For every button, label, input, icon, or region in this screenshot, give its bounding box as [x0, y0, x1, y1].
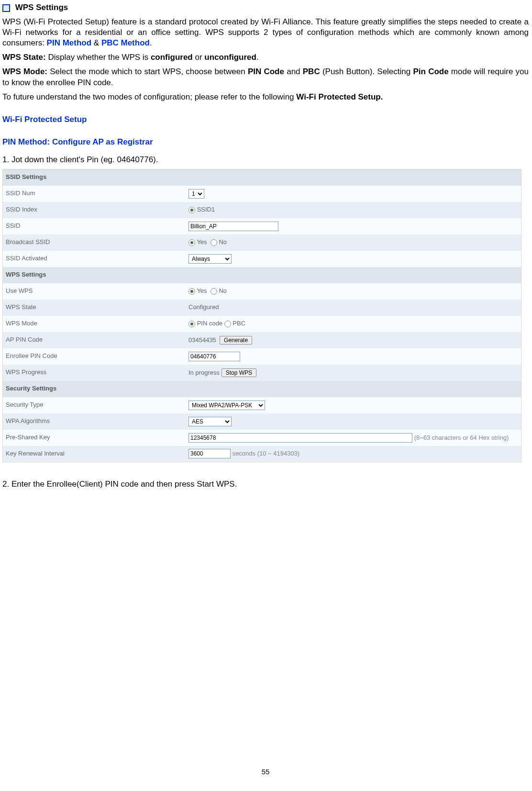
mode-text-b: (Push Button). Selecting [320, 67, 413, 76]
wpa-alg-select[interactable]: AES [188, 417, 232, 426]
generate-button[interactable]: Generate [220, 336, 252, 345]
pin-registrar-heading: PIN Method: Configure AP as Registrar [2, 137, 529, 147]
psk-label: Pre-Shared Key [3, 430, 186, 446]
wps-state-text-a: Display whether the WPS is [46, 53, 151, 62]
enrollee-label: Enrollee PIN Code [3, 348, 186, 365]
broadcast-yes-radio[interactable] [188, 239, 195, 246]
config-screenshot-table: SSID Settings SSID Num 1 SSID Index SSID… [2, 169, 521, 462]
and-text: and [284, 67, 303, 76]
use-wps-row: Use WPS Yes No [3, 283, 521, 300]
security-header-label: Security Settings [3, 381, 521, 397]
use-wps-no-radio[interactable] [211, 288, 217, 295]
wps-mode-row: WPS Mode PIN code PBC [3, 316, 521, 332]
ap-pin-row: AP PIN Code 03454435 Generate [3, 332, 521, 348]
future-b: Wi-Fi Protected Setup. [296, 92, 383, 101]
section-header: WPS Settings [2, 2, 529, 13]
use-wps-yes-radio[interactable] [188, 288, 195, 295]
dot: . [150, 38, 152, 47]
ap-pin-label: AP PIN Code [3, 332, 186, 348]
wpa-alg-row: WPA Algorithms AES [3, 413, 521, 430]
wps-state-row-label: WPS State [3, 300, 186, 316]
intro-paragraph: WPS (Wi-Fi Protected Setup) feature is a… [2, 17, 529, 48]
page-number: 55 [2, 767, 529, 777]
wps-mode-pin: PIN code [197, 320, 222, 327]
ssid-index-value: SSID1 [197, 206, 215, 213]
ssid-settings-header: SSID Settings [3, 169, 521, 186]
future-a: To future understand the two modes of co… [2, 92, 296, 101]
dot2: . [256, 53, 259, 62]
pin-method-link: PIN Method [47, 38, 92, 47]
amp-text: & [91, 38, 101, 47]
wpa-alg-label: WPA Algorithms [3, 413, 186, 430]
activated-label: SSID Activated [3, 251, 186, 267]
pbc-text: PBC [303, 67, 320, 76]
section-marker-icon [2, 4, 10, 12]
wps-mode-pin-radio[interactable] [188, 321, 195, 327]
security-type-label: Security Type [3, 397, 186, 413]
or-text: or [193, 53, 205, 62]
step1-text: 1. Jot down the client's Pin (eg. 046407… [2, 155, 529, 165]
ssid-num-select[interactable]: 1 [188, 189, 204, 199]
ssid-input[interactable] [188, 222, 278, 231]
ssid-label: SSID [3, 218, 186, 234]
step2-text: 2. Enter the Enrollee(Client) PIN code a… [2, 479, 529, 490]
ssid-index-label: SSID Index [3, 202, 186, 218]
wps-settings-header-label: WPS Settings [3, 267, 521, 283]
pin-code-text-2: Pin Code [413, 67, 448, 76]
psk-row: Pre-Shared Key (8~63 characters or 64 He… [3, 430, 521, 446]
stop-wps-button[interactable]: Stop WPS [222, 368, 256, 377]
ssid-num-row: SSID Num 1 [3, 186, 521, 202]
activated-select[interactable]: Always [188, 254, 232, 264]
future-paragraph: To future understand the two modes of co… [2, 92, 529, 102]
wps-state-value: Configured [186, 300, 521, 316]
use-wps-no: No [219, 287, 227, 294]
ssid-index-row: SSID Index SSID1 [3, 202, 521, 218]
wps-mode-paragraph: WPS Mode: Select the mode which to start… [2, 67, 529, 88]
ssid-settings-header-label: SSID Settings [3, 169, 521, 186]
wps-mode-pbc-radio[interactable] [224, 321, 231, 327]
wps-mode-row-label: WPS Mode [3, 316, 186, 332]
renewal-hint: seconds (10 ~ 4194303) [233, 450, 300, 457]
psk-input[interactable] [188, 433, 412, 443]
progress-label: WPS Progress [3, 365, 186, 381]
renewal-label: Key Renewal Interval [3, 446, 186, 462]
broadcast-no: No [219, 238, 227, 245]
security-type-row: Security Type Mixed WPA2/WPA-PSK [3, 397, 521, 413]
renewal-input[interactable] [188, 449, 231, 458]
broadcast-yes: Yes [197, 238, 207, 245]
wps-mode-label: WPS Mode: [2, 67, 47, 76]
wps-state-paragraph: WPS State: Display whether the WPS is co… [2, 52, 529, 63]
ssid-num-label: SSID Num [3, 186, 186, 202]
enrollee-input[interactable] [188, 352, 240, 361]
unconfigured-text: unconfigured [204, 53, 256, 62]
wps-settings-header: WPS Settings [3, 267, 521, 283]
configured-text: configured [151, 53, 193, 62]
wps-state-label: WPS State: [2, 53, 46, 62]
activated-row: SSID Activated Always [3, 251, 521, 267]
progress-row: WPS Progress In progress Stop WPS [3, 365, 521, 381]
renewal-row: Key Renewal Interval seconds (10 ~ 41943… [3, 446, 521, 462]
wps-mode-pbc: PBC [233, 320, 245, 327]
broadcast-label: Broadcast SSID [3, 234, 186, 251]
security-type-select[interactable]: Mixed WPA2/WPA-PSK [188, 401, 265, 410]
section-title: WPS Settings [15, 3, 68, 12]
ssid-index-radio[interactable] [188, 207, 195, 213]
broadcast-no-radio[interactable] [211, 239, 217, 246]
ssid-row: SSID [3, 218, 521, 234]
enrollee-row: Enrollee PIN Code [3, 348, 521, 365]
mode-text-a: Select the mode which to start WPS, choo… [47, 67, 248, 76]
progress-value: In progress [188, 369, 220, 376]
wifi-protected-heading: Wi-Fi Protected Setup [2, 114, 529, 125]
wps-state-row: WPS State Configured [3, 300, 521, 316]
ap-pin-value: 03454435 [188, 336, 216, 344]
psk-hint: (8~63 characters or 64 Hex string) [414, 434, 509, 441]
broadcast-row: Broadcast SSID Yes No [3, 234, 521, 251]
pin-code-text: PIN Code [248, 67, 284, 76]
use-wps-yes: Yes [197, 287, 207, 294]
security-header: Security Settings [3, 381, 521, 397]
pbc-method-link: PBC Method [101, 38, 150, 47]
use-wps-label: Use WPS [3, 283, 186, 300]
